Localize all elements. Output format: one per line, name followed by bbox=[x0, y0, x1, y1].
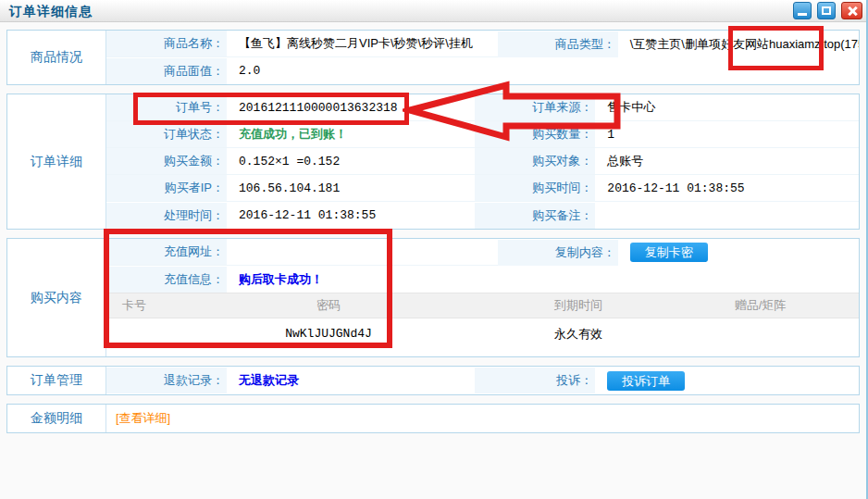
purchase-target-value: 总账号 bbox=[595, 153, 643, 169]
card-expiry-cell: 永久有效 bbox=[495, 326, 662, 343]
row-order-status: 订单状态： 充值成功，已到账！ bbox=[106, 121, 475, 148]
order-source-value: 售卡中心 bbox=[595, 99, 655, 116]
product-type-value: \互赞主页\删单项好友网站huaxiamz.top(17517 bbox=[618, 36, 859, 53]
section-label-order: 订单详细 bbox=[7, 94, 106, 229]
section-label-product: 商品情况 bbox=[7, 31, 106, 84]
refund-record-value: 无退款记录 bbox=[227, 372, 299, 389]
row-amount-detail: [查看详细] bbox=[106, 405, 859, 432]
section-label-manage: 订单管理 bbox=[7, 367, 106, 394]
product-name-label: 商品名称： bbox=[106, 31, 227, 56]
section-amount-detail: 金额明细 [查看详细] bbox=[6, 404, 860, 433]
purchase-amount-label: 购买金额： bbox=[106, 148, 227, 174]
buyer-ip-value: 106.56.104.181 bbox=[227, 181, 340, 195]
purchase-target-label: 购买对象： bbox=[475, 148, 595, 174]
buyer-ip-label: 购买者IP： bbox=[106, 175, 227, 201]
product-type-label: 商品类型： bbox=[498, 31, 618, 57]
row-purchase-amount: 购买金额： 0.152×1 =0.152 bbox=[106, 148, 475, 175]
product-name-value: 【鱼飞】离线秒赞二月VIP卡\秒赞\秒评\挂机 bbox=[227, 35, 473, 52]
row-product-type: 商品类型： \互赞主页\删单项好友网站huaxiamz.top(17517 bbox=[498, 31, 859, 57]
row-copy-content: 复制内容： 复制卡密 bbox=[498, 239, 859, 266]
copy-card-secret-button[interactable]: 复制卡密 bbox=[630, 243, 708, 262]
row-recharge-url: 充值网址： bbox=[106, 239, 498, 266]
recharge-url-label: 充值网址： bbox=[106, 239, 227, 265]
section-order-detail: 订单详细 订单号： 2016121110000013632318 订单状态： 充… bbox=[6, 94, 860, 230]
complain-order-button[interactable]: 投诉订单 bbox=[607, 371, 685, 391]
row-purchase-time: 购买时间： 2016-12-11 01:38:55 bbox=[475, 175, 859, 202]
order-status-value: 充值成功，已到账！ bbox=[227, 126, 347, 143]
close-button[interactable] bbox=[841, 2, 862, 19]
close-icon bbox=[847, 6, 858, 17]
order-number-value: 2016121110000013632318 bbox=[227, 101, 398, 115]
col-header-password: 密码 bbox=[162, 297, 495, 314]
col-header-gift: 赠品/矩阵 bbox=[662, 297, 859, 314]
order-status-label: 订单状态： bbox=[106, 121, 227, 147]
purchase-quantity-value: 1 bbox=[595, 128, 614, 142]
recharge-info-label: 充值信息： bbox=[106, 267, 227, 293]
card-password-cell: NwKlJUJGNd4J bbox=[162, 327, 495, 341]
order-number-label: 订单号： bbox=[106, 94, 227, 120]
purchase-amount-value: 0.152×1 =0.152 bbox=[227, 155, 340, 168]
minimize-button[interactable] bbox=[793, 2, 812, 19]
copy-content-label: 复制内容： bbox=[498, 240, 618, 266]
card-table-header: 卡号 密码 到期时间 赠品/矩阵 bbox=[106, 293, 859, 318]
row-recharge-info: 充值信息： 购后取卡成功！ bbox=[106, 266, 498, 293]
view-detail-link[interactable]: [查看详细] bbox=[106, 410, 170, 427]
process-time-label: 处理时间： bbox=[106, 203, 227, 229]
row-order-source: 订单来源： 售卡中心 bbox=[475, 94, 859, 121]
card-table-row: NwKlJUJGNd4J 永久有效 bbox=[106, 318, 859, 349]
order-source-label: 订单来源： bbox=[475, 94, 595, 120]
section-order-manage: 订单管理 退款记录： 无退款记录 投诉： 投诉订单 bbox=[6, 366, 860, 395]
section-product-info: 商品情况 商品名称： 【鱼飞】离线秒赞二月VIP卡\秒赞\秒评\挂机 商品面值：… bbox=[6, 30, 860, 85]
minimize-icon bbox=[798, 13, 807, 16]
purchase-remark-label: 购买备注： bbox=[475, 203, 595, 229]
product-face-value: 2.0 bbox=[227, 64, 260, 78]
row-purchase-target: 购买对象： 总账号 bbox=[475, 148, 859, 175]
row-complaint: 投诉： 投诉订单 bbox=[475, 367, 859, 394]
order-detail-dialog: 订单详细信息 商品情况 商品名称： 【鱼飞】离线秒赞二月V bbox=[0, 0, 868, 499]
maximize-button[interactable] bbox=[817, 2, 836, 19]
col-header-card-number: 卡号 bbox=[106, 297, 162, 314]
purchase-quantity-label: 购买数量： bbox=[475, 121, 595, 147]
purchase-time-label: 购买时间： bbox=[475, 175, 595, 201]
page-title: 订单详细信息 bbox=[0, 0, 866, 20]
process-time-value: 2016-12-11 01:38:55 bbox=[227, 208, 376, 222]
row-product-face-value: 商品面值： 2.0 bbox=[106, 57, 498, 84]
row-process-time: 处理时间： 2016-12-11 01:38:55 bbox=[106, 202, 475, 229]
row-order-number: 订单号： 2016121110000013632318 bbox=[106, 94, 475, 121]
col-header-expiry: 到期时间 bbox=[495, 297, 662, 314]
product-face-label: 商品面值： bbox=[106, 58, 227, 84]
row-buyer-ip: 购买者IP： 106.56.104.181 bbox=[106, 175, 475, 202]
section-label-amount: 金额明细 bbox=[7, 405, 106, 432]
row-purchase-remark: 购买备注： bbox=[475, 202, 859, 229]
row-refund-record: 退款记录： 无退款记录 bbox=[106, 367, 475, 394]
recharge-info-value: 购后取卡成功！ bbox=[227, 271, 323, 288]
maximize-icon bbox=[822, 6, 831, 15]
title-bar: 订单详细信息 bbox=[0, 0, 866, 22]
complaint-label: 投诉： bbox=[475, 368, 595, 393]
purchase-time-value: 2016-12-11 01:38:55 bbox=[595, 181, 744, 195]
content-area: 商品情况 商品名称： 【鱼飞】离线秒赞二月VIP卡\秒赞\秒评\挂机 商品面值：… bbox=[0, 22, 866, 433]
window-controls bbox=[793, 2, 862, 19]
section-purchase-content: 购买内容 充值网址： 充值信息： 购后取卡成功！ bbox=[6, 238, 860, 357]
section-label-purchase: 购买内容 bbox=[7, 239, 106, 356]
row-purchase-quantity: 购买数量： 1 bbox=[475, 121, 859, 148]
card-table: 卡号 密码 到期时间 赠品/矩阵 NwKlJUJGNd4J 永久有效 bbox=[106, 293, 859, 356]
row-product-name: 商品名称： 【鱼飞】离线秒赞二月VIP卡\秒赞\秒评\挂机 bbox=[106, 31, 498, 57]
refund-record-label: 退款记录： bbox=[106, 368, 227, 393]
